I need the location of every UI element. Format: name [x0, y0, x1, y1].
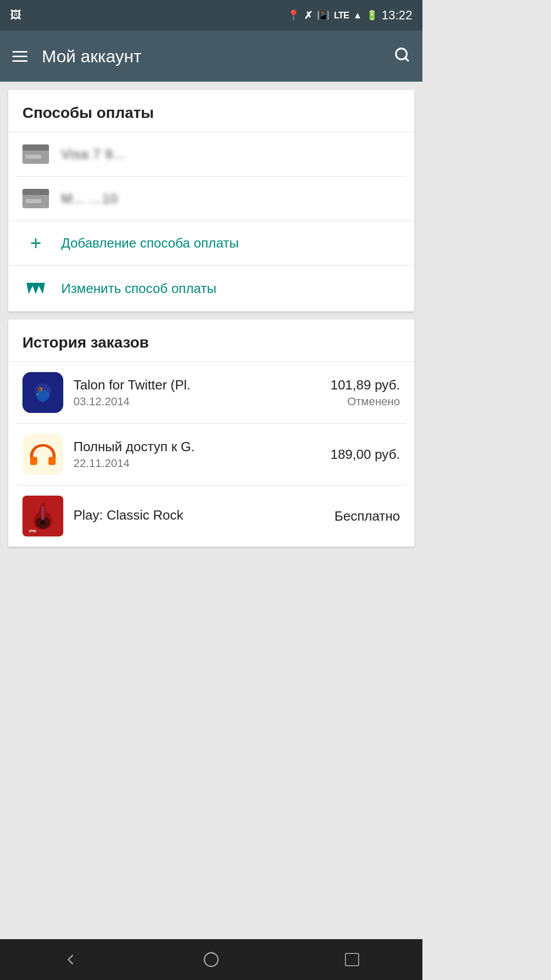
talon-price-section: 101,89 руб. Отменено	[331, 377, 400, 408]
svg-rect-7	[30, 457, 37, 465]
app-bar: Мой аккаунт	[0, 31, 422, 82]
lte-icon: LTE	[334, 10, 349, 21]
google-app-icon	[22, 434, 63, 475]
page-title: Мой аккаунт	[42, 46, 394, 66]
order-item-talon[interactable]: Talon for Twitter (Pl. 03.12.2014 101,89…	[8, 362, 414, 423]
battery-icon: 🔋	[366, 10, 378, 21]
talon-order-date: 03.12.2014	[73, 395, 320, 408]
talon-status: Отменено	[331, 395, 400, 408]
order-item-playclassic[interactable]: play classic Play: Classic Rock Бесплатн…	[8, 485, 414, 547]
signal-icon: ▲	[353, 10, 362, 21]
visa-card-icon	[22, 144, 49, 164]
status-bar-right: 📍 ✗ 📳 LTE ▲ 🔋 13:22	[287, 8, 412, 22]
google-order-details: Полный доступ к G. 22.11.2014	[73, 439, 320, 470]
talon-app-icon	[22, 372, 63, 413]
svg-text:classic: classic	[28, 533, 37, 534]
location-icon: 📍	[287, 9, 300, 21]
mc-card-number: M... ...10	[61, 191, 118, 207]
svg-point-18	[205, 953, 218, 967]
playclassic-price: Бесплатно	[335, 508, 400, 524]
svg-line-1	[405, 58, 408, 61]
plus-icon: +	[22, 233, 49, 253]
svg-text:play: play	[29, 529, 36, 533]
main-content: Способы оплаты Visa 7 9... M... ...10 + …	[0, 82, 422, 939]
mc-card-icon	[22, 189, 49, 208]
status-bar: 🖼 📍 ✗ 📳 LTE ▲ 🔋 13:22	[0, 0, 422, 31]
google-order-date: 22.11.2014	[73, 457, 320, 470]
payment-methods-title: Способы оплаты	[8, 90, 414, 132]
order-history-title: История заказов	[8, 320, 414, 361]
order-history-card: История заказов	[8, 320, 414, 547]
vibrate-icon: 📳	[317, 9, 330, 21]
talon-order-name: Talon for Twitter (Pl.	[73, 377, 320, 393]
bluetooth-icon: ✗	[304, 9, 313, 21]
playclassic-order-name: Play: Classic Rock	[73, 507, 324, 523]
change-payment-label: Изменить способ оплаты	[61, 281, 216, 297]
google-price: 189,00 руб.	[331, 447, 400, 462]
wallet-icon	[22, 278, 49, 299]
bottom-nav	[0, 939, 422, 980]
playclassic-price-section: Бесплатно	[335, 508, 400, 524]
add-payment-label: Добавление способа оплаты	[61, 235, 239, 251]
home-button[interactable]	[191, 939, 232, 980]
status-bar-left: 🖼	[10, 9, 21, 22]
svg-rect-19	[345, 953, 359, 966]
menu-button[interactable]	[12, 51, 28, 62]
recents-button[interactable]	[332, 939, 372, 980]
visa-card-number: Visa 7 9...	[61, 146, 126, 162]
google-price-section: 189,00 руб.	[331, 447, 400, 462]
talon-price: 101,89 руб.	[331, 377, 400, 393]
talon-order-details: Talon for Twitter (Pl. 03.12.2014	[73, 377, 320, 408]
svg-point-5	[39, 388, 41, 390]
change-payment-button[interactable]: Изменить способ оплаты	[8, 265, 414, 311]
google-order-name: Полный доступ к G.	[73, 439, 320, 455]
payment-methods-card: Способы оплаты Visa 7 9... M... ...10 + …	[8, 90, 414, 311]
image-icon: 🖼	[10, 9, 21, 22]
mc-payment-item: M... ...10	[8, 177, 414, 220]
visa-payment-item: Visa 7 9...	[8, 132, 414, 176]
back-button[interactable]	[50, 939, 91, 980]
add-payment-button[interactable]: + Добавление способа оплаты	[8, 221, 414, 265]
search-button[interactable]	[394, 46, 410, 66]
svg-rect-8	[48, 457, 56, 465]
playclassic-order-details: Play: Classic Rock	[73, 507, 324, 525]
order-item-google[interactable]: Полный доступ к G. 22.11.2014 189,00 руб…	[8, 424, 414, 485]
svg-point-15	[40, 520, 45, 525]
clock: 13:22	[382, 8, 412, 22]
playclassic-app-icon: play classic	[22, 496, 63, 536]
